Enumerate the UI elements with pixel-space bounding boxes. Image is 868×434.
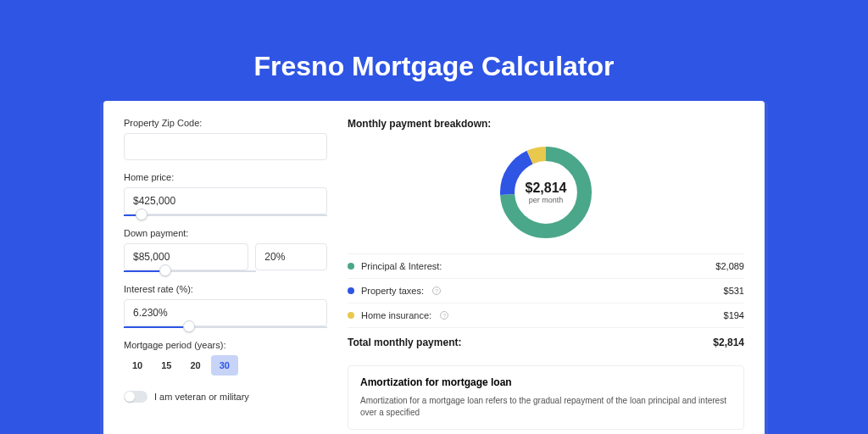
legend-principal: Principal & Interest: $2,089 bbox=[348, 253, 744, 278]
amortization-text: Amortization for a mortgage loan refers … bbox=[360, 395, 732, 419]
veteran-row: I am veteran or military bbox=[124, 391, 327, 403]
total-row: Total monthly payment: $2,814 bbox=[348, 327, 744, 357]
amortization-box: Amortization for mortgage loan Amortizat… bbox=[348, 365, 744, 430]
legend-label: Property taxes: bbox=[361, 286, 424, 296]
card-shadow: Property Zip Code: Home price: Down paym… bbox=[100, 101, 768, 434]
dot-icon bbox=[348, 263, 354, 270]
info-icon[interactable]: ? bbox=[440, 311, 448, 320]
interest-input[interactable] bbox=[124, 299, 327, 326]
donut-amount: $2,814 bbox=[526, 181, 567, 196]
donut-center: $2,814 per month bbox=[495, 142, 597, 243]
dot-icon bbox=[348, 312, 354, 319]
down-payment-pct-input[interactable] bbox=[255, 243, 327, 270]
period-10[interactable]: 10 bbox=[124, 355, 151, 376]
page-title: Fresno Mortgage Calculator bbox=[0, 0, 868, 101]
donut-sub: per month bbox=[529, 196, 564, 204]
down-payment-input[interactable] bbox=[124, 243, 248, 270]
legend-label: Home insurance: bbox=[361, 310, 431, 320]
veteran-toggle[interactable] bbox=[124, 391, 147, 403]
donut-chart: $2,814 per month bbox=[495, 142, 597, 243]
interest-label: Interest rate (%): bbox=[124, 284, 327, 294]
down-payment-slider[interactable] bbox=[124, 270, 256, 272]
dot-icon bbox=[348, 287, 354, 294]
interest-slider[interactable] bbox=[124, 326, 327, 328]
total-label: Total monthly payment: bbox=[348, 337, 461, 348]
legend-value: $531 bbox=[724, 286, 744, 296]
home-price-label: Home price: bbox=[124, 172, 327, 182]
home-price-input[interactable] bbox=[124, 187, 327, 214]
period-label: Mortgage period (years): bbox=[124, 340, 327, 350]
veteran-label: I am veteran or military bbox=[154, 392, 249, 402]
amortization-title: Amortization for mortgage loan bbox=[360, 376, 732, 388]
form-column: Property Zip Code: Home price: Down paym… bbox=[124, 118, 327, 430]
total-value: $2,814 bbox=[713, 337, 744, 348]
donut-chart-wrap: $2,814 per month bbox=[348, 138, 744, 253]
slider-thumb[interactable] bbox=[159, 264, 171, 276]
down-payment-label: Down payment: bbox=[124, 228, 327, 238]
slider-thumb[interactable] bbox=[136, 209, 147, 220]
down-payment-field: Down payment: bbox=[124, 228, 327, 272]
breakdown-column: Monthly payment breakdown: $2,814 per mo… bbox=[348, 118, 744, 430]
legend-value: $2,089 bbox=[715, 261, 744, 271]
info-icon[interactable]: ? bbox=[432, 287, 441, 295]
period-options: 10 15 20 30 bbox=[124, 355, 327, 376]
calculator-card: Property Zip Code: Home price: Down paym… bbox=[103, 101, 765, 434]
home-price-slider[interactable] bbox=[124, 214, 327, 216]
home-price-field: Home price: bbox=[124, 172, 327, 216]
zip-label: Property Zip Code: bbox=[124, 118, 327, 128]
zip-input[interactable] bbox=[124, 133, 327, 160]
period-15[interactable]: 15 bbox=[153, 355, 180, 376]
slider-thumb[interactable] bbox=[183, 320, 195, 332]
legend-label: Principal & Interest: bbox=[361, 261, 442, 271]
period-30[interactable]: 30 bbox=[211, 355, 238, 376]
interest-field: Interest rate (%): bbox=[124, 284, 327, 328]
legend-value: $194 bbox=[724, 310, 744, 320]
legend-insurance: Home insurance: ? $194 bbox=[348, 303, 744, 327]
toggle-knob bbox=[125, 392, 135, 402]
period-field: Mortgage period (years): 10 15 20 30 bbox=[124, 340, 327, 376]
breakdown-heading: Monthly payment breakdown: bbox=[348, 118, 744, 130]
period-20[interactable]: 20 bbox=[182, 355, 209, 376]
zip-field: Property Zip Code: bbox=[124, 118, 327, 160]
legend-taxes: Property taxes: ? $531 bbox=[348, 278, 744, 303]
